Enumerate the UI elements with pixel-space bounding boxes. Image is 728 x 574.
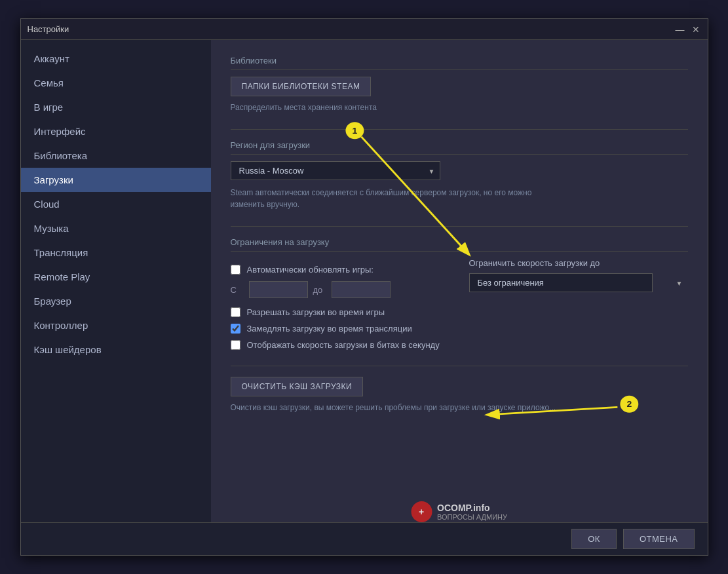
show-bits-row: Отображать скорость загрузки в битах в с… bbox=[231, 340, 688, 350]
svg-point-1 bbox=[345, 122, 364, 139]
main-panel: Библиотеки ПАПКИ БИБЛИОТЕКИ STEAM Распре… bbox=[211, 40, 708, 522]
minimize-button[interactable]: — bbox=[675, 24, 685, 35]
sidebar-item-broadcast[interactable]: Трансляция bbox=[21, 240, 211, 265]
region-section: Регион для загрузки Russia - Moscow Russ… bbox=[231, 140, 688, 210]
from-input[interactable] bbox=[249, 281, 308, 298]
divider-2 bbox=[231, 226, 688, 227]
main-content: АккаунтСемьяВ игреИнтерфейсБиблиотекаЗаг… bbox=[21, 40, 708, 522]
show-bits-label: Отображать скорость загрузки в битах в с… bbox=[247, 340, 440, 350]
limits-section: Ограничения на загрузку Автоматически об… bbox=[231, 237, 688, 350]
allow-during-game-row: Разрешать загрузки во время игры bbox=[231, 307, 688, 317]
limit-main-row: Автоматически обновлять игры: С до Огран… bbox=[231, 258, 688, 301]
allow-during-game-checkbox[interactable] bbox=[231, 307, 240, 317]
limits-label: Ограничения на загрузку bbox=[231, 237, 688, 252]
sidebar: АккаунтСемьяВ игреИнтерфейсБиблиотекаЗаг… bbox=[21, 40, 211, 522]
auto-update-row: Автоматически обновлять игры: bbox=[231, 265, 450, 275]
to-label: до bbox=[313, 285, 326, 295]
watermark: + OCOMP.info ВОПРОСЫ АДМИНУ bbox=[411, 501, 507, 522]
sidebar-item-controller[interactable]: Контроллер bbox=[21, 313, 211, 337]
speed-select[interactable]: Без ограничения 128 KB/s 256 KB/s 512 KB… bbox=[469, 273, 653, 292]
libraries-desc: Распределить места хранения контента bbox=[231, 102, 688, 113]
footer-bar: ОК ОТМЕНА bbox=[21, 522, 708, 555]
window-title: Настройки bbox=[28, 24, 69, 34]
to-input[interactable] bbox=[332, 281, 391, 298]
speed-limit-label: Ограничить скорость загрузки до bbox=[469, 258, 688, 268]
settings-window: Настройки — ✕ АккаунтСемьяВ игреИнтерфей… bbox=[20, 18, 708, 556]
allow-during-game-label: Разрешать загрузки во время игры bbox=[247, 307, 385, 317]
sidebar-item-family[interactable]: Семья bbox=[21, 71, 211, 95]
region-dropdown-row: Russia - Moscow Russia - Saint Petersbur… bbox=[231, 161, 688, 180]
sidebar-item-downloads[interactable]: Загрузки bbox=[21, 168, 211, 192]
sidebar-item-browser[interactable]: Браузер bbox=[21, 289, 211, 313]
titlebar: Настройки — ✕ bbox=[21, 19, 708, 40]
show-bits-checkbox[interactable] bbox=[231, 340, 240, 350]
steam-library-button[interactable]: ПАПКИ БИБЛИОТЕКИ STEAM bbox=[231, 77, 372, 96]
region-label: Регион для загрузки bbox=[231, 140, 688, 155]
region-select[interactable]: Russia - Moscow Russia - Saint Petersbur… bbox=[231, 161, 440, 180]
sidebar-item-music[interactable]: Музыка bbox=[21, 216, 211, 240]
sidebar-item-cloud[interactable]: Cloud bbox=[21, 192, 211, 216]
titlebar-controls: — ✕ bbox=[675, 24, 701, 35]
speed-select-wrapper: Без ограничения 128 KB/s 256 KB/s 512 KB… bbox=[469, 273, 688, 292]
cancel-button[interactable]: ОТМЕНА bbox=[623, 529, 695, 549]
sidebar-item-shadercache[interactable]: Кэш шейдеров bbox=[21, 337, 211, 362]
watermark-sub: ВОПРОСЫ АДМИНУ bbox=[437, 513, 507, 521]
divider-3 bbox=[231, 366, 688, 366]
watermark-icon: + bbox=[411, 501, 432, 522]
throttle-stream-checkbox[interactable] bbox=[231, 324, 240, 334]
divider-1 bbox=[231, 129, 688, 130]
cache-desc: Очистив кэш загрузки, вы можете решить п… bbox=[231, 402, 688, 413]
libraries-section: Библиотеки ПАПКИ БИБЛИОТЕКИ STEAM Распре… bbox=[231, 56, 688, 113]
region-desc: Steam автоматически соединяется с ближай… bbox=[231, 187, 688, 210]
watermark-main: OCOMP.info bbox=[437, 503, 507, 513]
right-limits: Ограничить скорость загрузки до Без огра… bbox=[469, 258, 688, 292]
throttle-stream-row: Замедлять загрузку во время трансляции bbox=[231, 324, 688, 334]
sidebar-item-ingame[interactable]: В игре bbox=[21, 95, 211, 119]
auto-update-label: Автоматически обновлять игры: bbox=[247, 265, 374, 275]
from-label: С bbox=[231, 285, 244, 295]
sidebar-item-remoteplay[interactable]: Remote Play bbox=[21, 265, 211, 289]
left-limits: Автоматически обновлять игры: С до bbox=[231, 258, 450, 301]
ok-button[interactable]: ОК bbox=[571, 529, 617, 549]
sidebar-item-account[interactable]: Аккаунт bbox=[21, 47, 211, 71]
libraries-label: Библиотеки bbox=[231, 56, 688, 70]
close-button[interactable]: ✕ bbox=[691, 24, 701, 35]
cache-section: ОЧИСТИТЬ КЭШ ЗАГРУЗКИ Очистив кэш загруз… bbox=[231, 377, 688, 413]
sidebar-item-library[interactable]: Библиотека bbox=[21, 144, 211, 168]
throttle-stream-label: Замедлять загрузку во время трансляции bbox=[247, 324, 412, 334]
svg-text:1: 1 bbox=[352, 126, 357, 136]
region-select-wrapper: Russia - Moscow Russia - Saint Petersbur… bbox=[231, 161, 440, 180]
sidebar-item-interface[interactable]: Интерфейс bbox=[21, 119, 211, 144]
watermark-text: OCOMP.info ВОПРОСЫ АДМИНУ bbox=[437, 503, 507, 521]
clear-cache-button[interactable]: ОЧИСТИТЬ КЭШ ЗАГРУЗКИ bbox=[231, 377, 364, 396]
auto-update-checkbox[interactable] bbox=[231, 265, 240, 275]
from-to-row: С до bbox=[231, 281, 450, 298]
